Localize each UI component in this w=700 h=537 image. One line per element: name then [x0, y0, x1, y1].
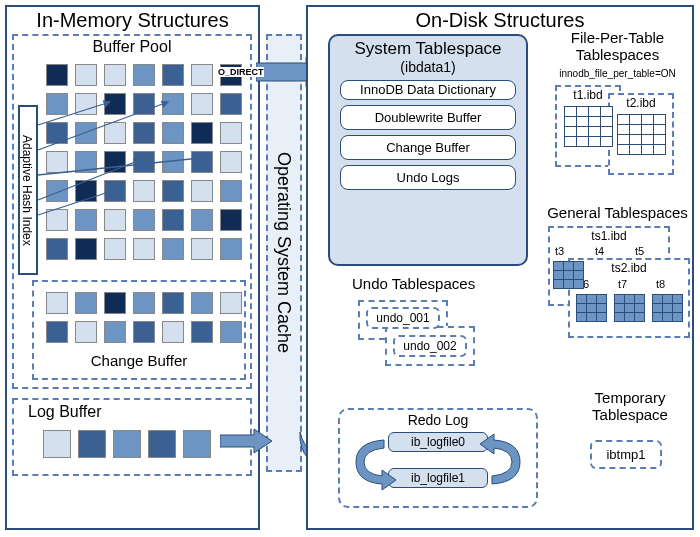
system-tablespace-title: System Tablespace	[330, 39, 526, 59]
in-memory-title: In-Memory Structures	[7, 9, 258, 32]
adaptive-hash-label: Adaptive Hash Index	[20, 107, 36, 273]
redo-cycle-arrows	[338, 418, 538, 508]
t2-label: t2.ibd	[608, 96, 674, 110]
undo-001-label: undo_001	[366, 307, 440, 329]
temporary-tablespace-title: Temporary Tablespace	[575, 390, 685, 423]
ts1-t3-icon	[553, 261, 584, 289]
t1-grid-icon	[564, 106, 613, 147]
log-to-cache-arrow	[220, 428, 275, 454]
ts1-t4: t4	[595, 245, 604, 257]
svg-marker-6	[220, 429, 272, 453]
undo-002-label: undo_002	[393, 335, 467, 357]
sys-item-undo-logs: Undo Logs	[340, 165, 516, 190]
adaptive-hash-index: Adaptive Hash Index	[18, 105, 38, 275]
system-tablespace-subtitle: (ibdata1)	[330, 59, 526, 75]
sys-item-doublewrite: Doublewrite Buffer	[340, 105, 516, 130]
log-buffer-title: Log Buffer	[28, 403, 250, 421]
undo-tablespaces-title: Undo Tablespaces	[352, 275, 475, 292]
system-tablespace: System Tablespace (ibdata1) InnoDB Data …	[328, 34, 528, 266]
ts2-t8: t8	[656, 278, 665, 290]
file-per-table-title: File-Per-Table Tablespaces	[545, 30, 690, 63]
ts2-t7-icon	[614, 294, 645, 322]
change-buffer-label: Change Buffer	[32, 352, 246, 369]
sys-item-change-buffer: Change Buffer	[340, 135, 516, 160]
ts1-t5: t5	[635, 245, 644, 257]
operating-system-cache: Operating System Cache	[266, 34, 302, 472]
o-direct-label: O_DIRECT	[218, 67, 264, 77]
ts1-file: ts1.ibd	[548, 229, 670, 243]
ts2-file: ts2.ibd	[568, 261, 690, 275]
buffer-pool-title: Buffer Pool	[14, 38, 250, 56]
os-cache-label: Operating System Cache	[268, 36, 300, 470]
ts2-t6-icon	[576, 294, 607, 322]
t2-grid-icon	[617, 114, 666, 155]
temporary-file: ibtmp1	[590, 440, 662, 469]
file-per-table-option: innodb_file_per_table=ON	[545, 68, 690, 79]
ts1-t3: t3	[555, 245, 564, 257]
sys-item-data-dict: InnoDB Data Dictionary	[340, 80, 516, 100]
ts2-t8-icon	[652, 294, 683, 322]
general-tablespaces-title: General Tablespaces	[545, 204, 690, 221]
ts2-t7: t7	[618, 278, 627, 290]
